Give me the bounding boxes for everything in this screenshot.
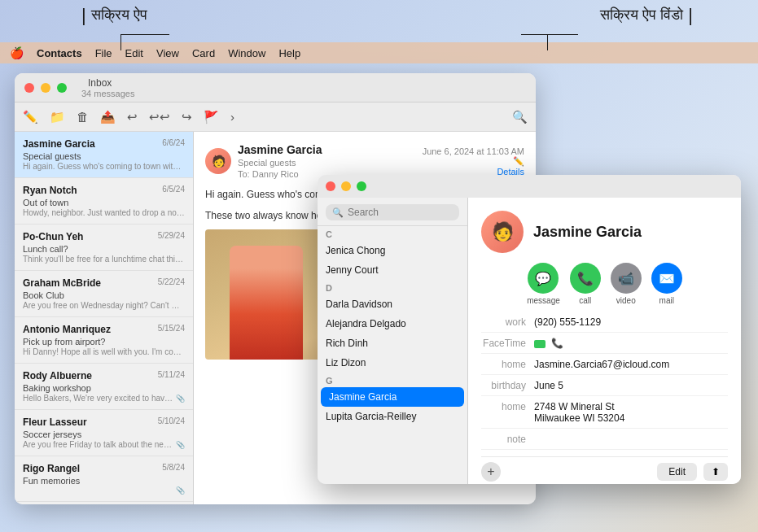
search-icon: 🔍 bbox=[332, 207, 344, 218]
contact-jenica-chong[interactable]: Jenica Chong bbox=[318, 241, 467, 260]
annotation-line-left bbox=[120, 34, 121, 50]
mail-preview: Howdy, neighbor. Just wanted to drop a n… bbox=[23, 208, 185, 217]
mail-icon: ✉️ bbox=[651, 263, 682, 294]
reply-icon[interactable]: ↩ bbox=[127, 110, 138, 124]
mail-sender: Graham McBride bbox=[23, 277, 101, 289]
contacts-footer: + Edit ⬆ bbox=[481, 456, 728, 482]
mail-preview: Are you free on Wednesday night? Can't w… bbox=[23, 301, 185, 310]
search-icon[interactable]: 🔍 bbox=[512, 110, 528, 124]
contact-name: Jasmine Garcia bbox=[533, 224, 642, 241]
note-row: note bbox=[481, 434, 728, 450]
work-phone: (920) 555-1129 bbox=[534, 316, 601, 328]
mail-content-header: 🧑 Jasmine Garcia Special guests To: Dann… bbox=[205, 143, 524, 179]
message-icon: 💬 bbox=[528, 263, 559, 294]
forward-icon[interactable]: ↪ bbox=[182, 110, 192, 124]
contacts-minimize-button[interactable] bbox=[341, 181, 351, 191]
contacts-close-button[interactable] bbox=[326, 181, 335, 191]
mail-item[interactable]: Rigo Rangel 5/8/24 Fun memories 📎 bbox=[15, 456, 193, 502]
mail-subject: Lunch call? bbox=[23, 244, 185, 254]
mail-item[interactable]: Fleur Lasseur 5/10/24 Soccer jerseys Are… bbox=[15, 410, 193, 456]
contacts-titlebar bbox=[318, 175, 741, 198]
minimize-button[interactable] bbox=[41, 83, 50, 93]
section-header-d: D bbox=[318, 280, 467, 294]
facetime-icons: 📞 bbox=[534, 338, 563, 349]
contacts-search-bar[interactable]: 🔍 bbox=[318, 198, 467, 226]
contacts-actions: 💬 message 📞 call 📹 video ✉️ mail bbox=[481, 263, 728, 305]
mail-subject: Fun memories bbox=[23, 476, 185, 486]
annotation-area: | सक्रिय ऐप सक्रिय ऐप विंडो | bbox=[0, 0, 758, 49]
mail-item[interactable]: Graham McBride 5/22/24 Book Club Are you… bbox=[15, 271, 193, 317]
attachment-icon: 📎 bbox=[176, 486, 185, 495]
archive-icon[interactable]: 📁 bbox=[50, 110, 65, 124]
home-email: Jasmine.Garcia67@icloud.com bbox=[534, 359, 669, 370]
active-app-annotation: | सक्रिय ऐप bbox=[81, 7, 147, 49]
compose-icon[interactable]: ✏️ bbox=[23, 110, 38, 124]
mail-sender: Fleur Lasseur bbox=[23, 416, 87, 428]
mail-preview: Are you free Friday to talk about the ne… bbox=[23, 440, 176, 449]
contacts-list: 🔍 C Jenica Chong Jenny Court D Darla Dav… bbox=[318, 198, 468, 484]
contact-liz-dizon[interactable]: Liz Dizon bbox=[318, 353, 467, 373]
mail-action[interactable]: ✉️ mail bbox=[651, 263, 682, 305]
annotation-hline-right bbox=[521, 34, 578, 35]
mail-item[interactable]: Po-Chun Yeh 5/29/24 Lunch call? Think yo… bbox=[15, 225, 193, 271]
contact-rich-dinh[interactable]: Rich Dinh bbox=[318, 334, 467, 353]
address-row: home 2748 W Mineral St Milwaukee WI 5320… bbox=[481, 401, 728, 429]
email-date: June 6, 2024 at 11:03 AM bbox=[423, 146, 524, 156]
mail-sidebar: Jasmine Garcia 6/6/24 Special guests Hi … bbox=[15, 132, 194, 504]
edit-contact-button[interactable]: Edit bbox=[657, 463, 697, 481]
mail-sender: Ryan Notch bbox=[23, 185, 77, 196]
mail-subject: Out of town bbox=[23, 198, 185, 207]
work-phone-row: work (920) 555-1129 bbox=[481, 316, 728, 333]
reply-all-icon[interactable]: ↩↩ bbox=[149, 110, 170, 124]
mail-item[interactable]: Antonio Manriquez 5/15/24 Pick up from a… bbox=[15, 317, 193, 364]
mail-sender: Rody Albuerne bbox=[23, 370, 92, 382]
maximize-button[interactable] bbox=[57, 83, 67, 93]
contact-alejandra-delgado[interactable]: Alejandra Delgado bbox=[318, 314, 467, 334]
home-email-label: home bbox=[481, 359, 534, 370]
mail-toolbar: ✏️ 📁 🗑 📤 ↩ ↩↩ ↪ 🚩 › 🔍 bbox=[15, 102, 536, 132]
contacts-maximize-button[interactable] bbox=[357, 181, 366, 191]
mail-item[interactable]: Ryan Notch 6/5/24 Out of town Howdy, nei… bbox=[15, 178, 193, 225]
mail-item[interactable]: Rody Albuerne 5/11/24 Baking workshop He… bbox=[15, 364, 193, 410]
message-action[interactable]: 💬 message bbox=[527, 263, 560, 305]
call-label: call bbox=[579, 296, 591, 305]
add-contact-button[interactable]: + bbox=[481, 462, 501, 482]
more-icon[interactable]: › bbox=[230, 110, 234, 124]
contact-jenny-court[interactable]: Jenny Court bbox=[318, 260, 467, 280]
mail-item[interactable]: Jasmine Garcia 6/6/24 Special guests Hi … bbox=[15, 132, 193, 178]
contact-lupita-garcia-reilley[interactable]: Lupita Garcia-Reilley bbox=[318, 407, 467, 426]
mail-subject: Soccer jerseys bbox=[23, 430, 185, 439]
email-row: home Jasmine.Garcia67@icloud.com bbox=[481, 359, 728, 375]
mail-preview: Hello Bakers, We're very excited to have… bbox=[23, 394, 176, 403]
attachment-icon: 📎 bbox=[176, 441, 185, 449]
email-subject: Special guests bbox=[238, 158, 322, 168]
flag-icon[interactable]: 🚩 bbox=[204, 110, 219, 124]
call-action[interactable]: 📞 call bbox=[570, 263, 601, 305]
facetime-video-icon[interactable] bbox=[534, 340, 545, 348]
contact-darla-davidson[interactable]: Darla Davidson bbox=[318, 294, 467, 314]
mail-preview: Think you'll be free for a lunchtime cha… bbox=[23, 255, 185, 264]
message-label: message bbox=[527, 296, 560, 305]
contact-jasmine-garcia[interactable]: Jasmine Garcia bbox=[321, 387, 464, 407]
share-contact-button[interactable]: ⬆ bbox=[703, 463, 728, 481]
birthday-label: birthday bbox=[481, 380, 534, 391]
mail-date: 6/5/24 bbox=[162, 185, 185, 196]
mail-date: 6/6/24 bbox=[162, 138, 185, 150]
search-input[interactable] bbox=[348, 207, 453, 218]
email-image-person bbox=[230, 246, 303, 360]
home-address: 2748 W Mineral St Milwaukee WI 53204 bbox=[534, 401, 624, 424]
mail-subject: Baking workshop bbox=[23, 383, 185, 393]
video-action[interactable]: 📹 video bbox=[611, 263, 642, 305]
trash-icon[interactable]: 🗑 bbox=[77, 110, 89, 124]
mail-subject: Book Club bbox=[23, 290, 185, 300]
birthday-value: June 5 bbox=[534, 380, 563, 391]
annotation-hline-left bbox=[120, 34, 169, 35]
mail-date: 5/15/24 bbox=[158, 324, 185, 335]
contacts-window: 🔍 C Jenica Chong Jenny Court D Darla Dav… bbox=[318, 175, 741, 484]
facetime-phone-icon[interactable]: 📞 bbox=[551, 338, 563, 349]
close-button[interactable] bbox=[24, 83, 34, 93]
move-icon[interactable]: 📤 bbox=[100, 110, 116, 124]
facetime-label: FaceTime bbox=[481, 338, 534, 349]
sender-avatar: 🧑 bbox=[205, 148, 231, 174]
mail-sender: Jasmine Garcia bbox=[23, 138, 95, 150]
